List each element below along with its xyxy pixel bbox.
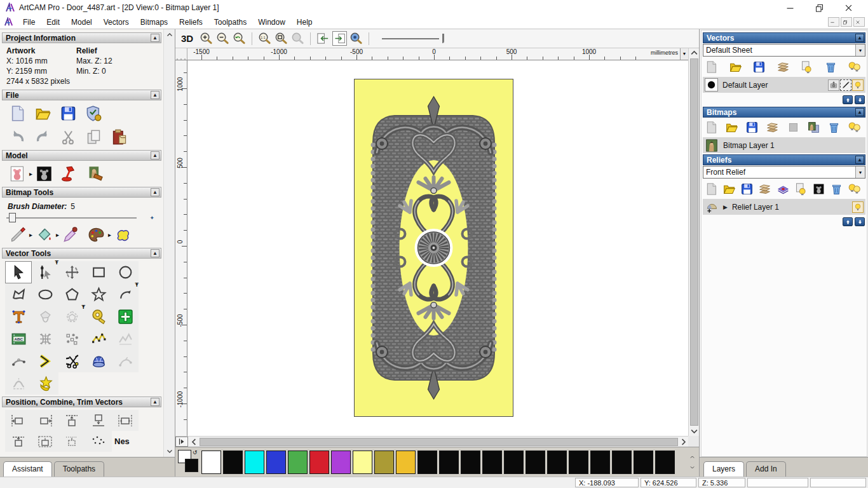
layer-visibility-button[interactable] xyxy=(852,201,864,213)
move-layer-up-button[interactable] xyxy=(843,95,853,104)
bulbs-all-icon[interactable] xyxy=(848,182,861,196)
tab-layers[interactable]: Layers xyxy=(703,461,744,477)
menu-vectors[interactable]: Vectors xyxy=(98,17,135,28)
chevron-down-icon[interactable]: ▼ xyxy=(855,166,865,178)
flyout-icon[interactable]: ▸ xyxy=(56,231,59,238)
ruler-unit-dropdown[interactable]: ▼ xyxy=(680,48,688,60)
layer-colour-button[interactable] xyxy=(705,78,718,92)
scrollbar-thumb[interactable] xyxy=(690,58,698,426)
model-section-header[interactable]: Model ▲ xyxy=(2,150,161,161)
tab-toolpaths[interactable]: Toolpaths xyxy=(54,461,104,477)
colour-swatch-21[interactable] xyxy=(655,451,675,474)
measure-tape-tool[interactable] xyxy=(85,306,112,328)
palette-scroll-down-icon[interactable] xyxy=(689,464,695,470)
wrap-star-tool[interactable] xyxy=(32,372,58,395)
restore-button[interactable] xyxy=(804,1,834,15)
menu-edit[interactable]: Edit xyxy=(41,17,65,28)
align-bottom-tool[interactable] xyxy=(85,410,112,431)
layers-stack-icon[interactable] xyxy=(776,182,790,196)
colour-swatch-1[interactable] xyxy=(223,451,243,474)
align-top-sq-tool[interactable] xyxy=(5,431,32,452)
trash-icon[interactable] xyxy=(824,60,837,74)
close-button[interactable] xyxy=(834,1,863,15)
bulbs-all-icon[interactable] xyxy=(848,60,861,74)
tab-assistant[interactable]: Assistant xyxy=(3,461,52,477)
position-tools-header[interactable]: Position, Combine, Trim Vectors ▲ xyxy=(2,396,161,407)
align-right-tool[interactable] xyxy=(32,410,58,431)
texture-relief-icon[interactable] xyxy=(86,165,104,182)
zoom-slider[interactable] xyxy=(382,32,445,46)
colour-swatch-13[interactable] xyxy=(482,451,502,474)
fit-polyline-tool[interactable] xyxy=(85,328,112,350)
switch-3d-view-button[interactable]: 3D xyxy=(181,33,193,44)
teddy-black-icon[interactable] xyxy=(812,182,825,196)
paste-icon[interactable] xyxy=(111,128,128,146)
page-gray-icon[interactable] xyxy=(705,182,718,196)
rect-tool-tool[interactable] xyxy=(85,261,112,283)
project-information-header[interactable]: Project Information ▲ xyxy=(2,32,161,43)
colour-swatch-20[interactable] xyxy=(634,451,653,474)
palette-icon[interactable] xyxy=(88,226,105,243)
merge-layers-icon[interactable] xyxy=(766,121,779,134)
mona-copy-icon[interactable] xyxy=(807,121,820,134)
cut-icon[interactable] xyxy=(60,128,77,146)
reliefs-header[interactable]: Reliefs ▲ xyxy=(703,154,865,165)
cursor-arrow-tool[interactable] xyxy=(5,261,32,283)
tab-add-in[interactable]: Add In xyxy=(746,461,786,477)
colour-swatch-10[interactable] xyxy=(417,451,437,474)
bitmap-layer-row[interactable]: Bitmap Layer 1 xyxy=(703,137,865,153)
align-center-h-tool[interactable] xyxy=(112,410,139,431)
collapse-button[interactable]: ▲ xyxy=(151,398,159,406)
menu-toolpaths[interactable]: Toolpaths xyxy=(208,17,252,28)
colour-swatch-4[interactable] xyxy=(288,451,308,474)
nesting-dots-tool[interactable] xyxy=(58,328,85,350)
expand-icon[interactable]: ▶ xyxy=(723,204,728,210)
scroll-down-icon[interactable] xyxy=(689,426,699,436)
ruler-toggle-button[interactable] xyxy=(175,437,188,447)
gray-mountains-tool[interactable] xyxy=(112,328,139,350)
floppy-save-icon[interactable] xyxy=(752,60,766,74)
colour-picker-icon[interactable] xyxy=(62,226,79,243)
green-cross-tool[interactable] xyxy=(112,306,139,328)
flood-fill-icon[interactable] xyxy=(36,226,53,243)
zoom-out-icon[interactable] xyxy=(215,31,230,46)
floppy-save-icon[interactable] xyxy=(745,121,759,134)
page-gray-icon[interactable] xyxy=(705,121,718,134)
vector-layer-row[interactable]: Default Layer xyxy=(703,77,865,93)
secondary-colour-swatch[interactable] xyxy=(185,459,198,472)
collapse-button[interactable]: ▲ xyxy=(151,188,159,196)
abc-block-tool[interactable]: ABC xyxy=(5,328,32,350)
bulbs-all-icon[interactable] xyxy=(848,121,861,134)
transform-tool[interactable] xyxy=(58,261,85,283)
floppy-save-icon[interactable] xyxy=(740,182,754,196)
undo-icon[interactable] xyxy=(9,128,26,146)
collapse-button[interactable]: ▲ xyxy=(151,249,159,257)
trash-icon[interactable] xyxy=(827,121,841,134)
collapse-button[interactable]: ▲ xyxy=(855,156,864,164)
align-top-tool[interactable] xyxy=(58,410,85,431)
scroll-down-icon[interactable] xyxy=(166,447,173,455)
collapse-button[interactable]: ▲ xyxy=(855,108,864,116)
arc-fit-tool[interactable] xyxy=(5,350,32,372)
collapse-button[interactable]: ▲ xyxy=(151,151,159,159)
scroll-up-icon[interactable] xyxy=(166,31,173,39)
colour-swatch-17[interactable] xyxy=(569,451,588,474)
colour-swatch-5[interactable] xyxy=(309,451,329,474)
door-artwork[interactable] xyxy=(354,79,513,417)
bitmap-tools-header[interactable]: Bitmap Tools ▲ xyxy=(2,187,161,198)
vector-sheet-select[interactable]: Default Sheet ▼ xyxy=(703,44,865,57)
text-tool-tool[interactable] xyxy=(5,306,32,328)
colour-swatch-16[interactable] xyxy=(547,451,567,474)
gray-square-icon[interactable] xyxy=(787,121,800,134)
redo-icon[interactable] xyxy=(34,128,51,146)
zoom-gray-icon[interactable] xyxy=(290,31,305,46)
distort-grid-tool[interactable] xyxy=(32,328,58,350)
circle-tool-tool[interactable] xyxy=(112,261,139,283)
flyout-icon[interactable]: ▸ xyxy=(29,170,32,177)
scroll-up-icon[interactable] xyxy=(689,48,699,58)
menu-bitmaps[interactable]: Bitmaps xyxy=(135,17,173,28)
colour-swatch-15[interactable] xyxy=(526,451,545,474)
colour-swatch-2[interactable] xyxy=(245,451,264,474)
new-file-icon[interactable] xyxy=(9,105,26,122)
node-edit-tool[interactable]: Ŧ xyxy=(32,261,58,283)
